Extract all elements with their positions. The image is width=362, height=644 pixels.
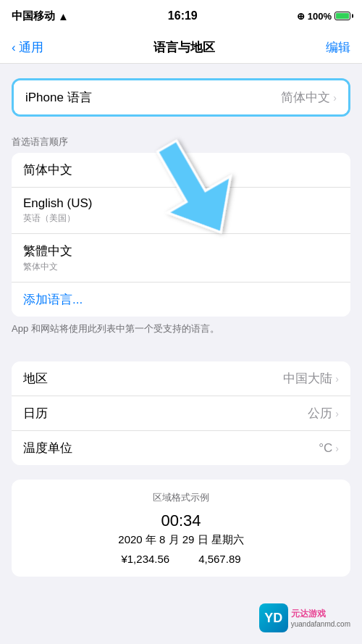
watermark-logo: YD	[259, 603, 288, 632]
main-content: iPhone 语言 简体中文 › 首选语言顺序 简体中文 English (US…	[0, 64, 362, 644]
navigation-bar: ‹ 通用 语言与地区 编辑	[0, 32, 362, 64]
preferred-languages-card: 简体中文 English (US) 英语（美国） 繁體中文 繁体中文 添加语言.…	[12, 153, 350, 317]
region-value-group: 中国大陆 ›	[283, 370, 339, 387]
temperature-value-group: °C ›	[319, 441, 339, 456]
preferred-languages-section: 首选语言顺序 简体中文 English (US) 英语（美国） 繁體中文 繁体中…	[0, 131, 362, 347]
back-chevron-icon: ‹	[12, 41, 16, 55]
format-date: 2020 年 8 月 29 日 星期六	[23, 533, 339, 547]
format-number-2: 4,567.89	[198, 553, 240, 565]
regional-settings-section: 地区 中国大陆 › 日历 公历 › 温度单位 °C ›	[0, 361, 362, 465]
preferred-languages-footer: App 和网站将使用此列表中第一个受支持的语言。	[0, 317, 362, 347]
list-item[interactable]: 简体中文	[12, 153, 350, 188]
language-sub-3: 繁体中文	[23, 261, 339, 273]
regional-settings-card: 地区 中国大陆 › 日历 公历 › 温度单位 °C ›	[12, 361, 350, 465]
language-name-1: 简体中文	[23, 162, 339, 178]
iphone-language-value: 简体中文	[281, 89, 330, 106]
status-time: 16:19	[168, 9, 198, 22]
format-example-title: 区域格式示例	[23, 491, 339, 504]
language-sub-2: 英语（美国）	[23, 212, 339, 225]
region-row[interactable]: 地区 中国大陆 ›	[12, 361, 350, 396]
calendar-row[interactable]: 日历 公历 ›	[12, 396, 350, 431]
calendar-label: 日历	[23, 405, 48, 422]
charging-icon: ⊕	[297, 11, 305, 22]
temperature-row[interactable]: 温度单位 °C ›	[12, 431, 350, 465]
chevron-icon: ›	[335, 373, 339, 385]
battery-icon	[334, 12, 350, 20]
format-number-1: ¥1,234.56	[121, 553, 169, 565]
temperature-value: °C	[319, 441, 332, 456]
add-language-button[interactable]: 添加语言...	[12, 283, 350, 317]
edit-button[interactable]: 编辑	[326, 39, 350, 56]
language-name-2: English (US)	[23, 196, 339, 211]
region-label: 地区	[23, 370, 48, 387]
list-item[interactable]: 繁體中文 繁体中文	[12, 234, 350, 283]
battery-label: 100%	[308, 11, 332, 22]
iphone-language-value-group: 简体中文 ›	[281, 89, 337, 106]
temperature-label: 温度单位	[23, 440, 72, 456]
list-item[interactable]: English (US) 英语（美国）	[12, 188, 350, 234]
watermark-text: 元达游戏 yuandafanmd.com	[291, 608, 350, 628]
region-value: 中国大陆	[283, 370, 332, 387]
watermark-url: yuandafanmd.com	[291, 620, 350, 628]
chevron-icon: ›	[335, 443, 339, 454]
preferred-languages-label: 首选语言顺序	[0, 131, 362, 153]
iphone-language-label: iPhone 语言	[25, 89, 92, 106]
format-example-section: 区域格式示例 00:34 2020 年 8 月 29 日 星期六 ¥1,234.…	[0, 480, 362, 577]
status-right: ⊕ 100%	[297, 11, 350, 22]
page-title: 语言与地区	[153, 39, 215, 56]
chevron-icon: ›	[333, 92, 337, 104]
watermark-brand: 元达游戏	[291, 608, 350, 620]
calendar-value-group: 公历 ›	[308, 405, 339, 422]
watermark-logo-text: YD	[264, 611, 282, 626]
carrier-label: 中国移动	[12, 9, 55, 23]
format-numbers: ¥1,234.56 4,567.89	[23, 553, 339, 565]
back-button[interactable]: ‹ 通用	[12, 39, 43, 56]
status-left: 中国移动 ▲	[12, 9, 69, 23]
status-bar: 中国移动 ▲ 16:19 ⊕ 100%	[0, 0, 362, 32]
iphone-language-card: iPhone 语言 简体中文 ›	[12, 78, 350, 117]
calendar-value: 公历	[308, 405, 332, 422]
chevron-icon: ›	[335, 408, 339, 419]
format-time: 00:34	[23, 511, 339, 530]
iphone-language-row[interactable]: iPhone 语言 简体中文 ›	[14, 80, 348, 114]
watermark: YD 元达游戏 yuandafanmd.com	[259, 603, 350, 632]
format-example-card: 区域格式示例 00:34 2020 年 8 月 29 日 星期六 ¥1,234.…	[12, 480, 350, 577]
back-label: 通用	[19, 39, 43, 56]
language-name-3: 繁體中文	[23, 243, 339, 259]
wifi-icon: ▲	[58, 10, 69, 22]
iphone-language-section: iPhone 语言 简体中文 ›	[0, 78, 362, 117]
